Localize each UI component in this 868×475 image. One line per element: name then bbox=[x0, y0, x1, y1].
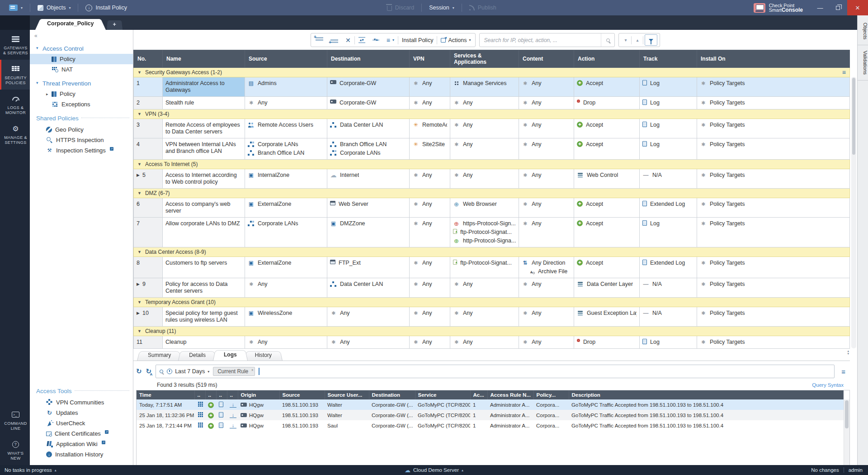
column-header-content[interactable]: Content bbox=[519, 50, 574, 68]
column-header-destination[interactable]: Destination bbox=[327, 50, 410, 68]
collapse-sections-button[interactable]: ▾▴ bbox=[369, 33, 383, 47]
rule-destination-cell[interactable]: Web Server bbox=[327, 198, 410, 218]
rule-install_on-cell[interactable]: ✱Policy Targets bbox=[697, 77, 850, 97]
rule-number-cell[interactable]: ▶10 bbox=[134, 307, 163, 327]
tree-item-exceptions[interactable]: Exceptions bbox=[30, 99, 133, 109]
rule-track-cell[interactable]: Log bbox=[640, 119, 697, 138]
expand-sections-button[interactable]: ▴▾ bbox=[355, 33, 369, 47]
column-header-install-on[interactable]: Install On bbox=[697, 50, 850, 68]
rule-services-cell[interactable]: Manage Services bbox=[450, 77, 519, 97]
rail-item-manage[interactable]: ⚙MANAGE &SETTINGS bbox=[0, 119, 30, 149]
tree-item-inspection-settings[interactable]: ⚒Inspection Settings↗ bbox=[30, 145, 133, 156]
rail-item-logs[interactable]: LOGS &MONITOR bbox=[0, 90, 30, 119]
add-rule-below-button[interactable] bbox=[327, 33, 342, 47]
policy-search-input[interactable]: Search for IP, object, action, ... bbox=[479, 33, 615, 47]
rule-track-cell[interactable]: Log bbox=[640, 97, 697, 109]
restore-button[interactable] bbox=[829, 0, 847, 15]
policy-section-cell[interactable]: ▼Temporary Access Grant (10) bbox=[134, 298, 850, 307]
log-column-service[interactable]: Service bbox=[415, 390, 470, 399]
log-access-rule-cell[interactable]: Administrator A... bbox=[487, 410, 533, 420]
log-blade-cell[interactable] bbox=[194, 399, 205, 410]
policy-rule-row[interactable]: 3Remote Access of employees to Data Cent… bbox=[134, 119, 850, 138]
tree-item-client-certificates[interactable]: Client Certificates↗ bbox=[30, 428, 133, 439]
log-origin-cell[interactable]: HQgw bbox=[238, 410, 279, 420]
log-column-policy-[interactable]: Policy... bbox=[533, 390, 569, 399]
rule-source-cell[interactable]: ▤Admins bbox=[245, 77, 327, 97]
rule-destination-cell[interactable]: Corporate-GW bbox=[327, 77, 410, 97]
rule-action-cell[interactable]: Drop bbox=[574, 97, 640, 109]
rail-item-command[interactable]: >_COMMANDLINE bbox=[0, 405, 30, 435]
rule-destination-cell[interactable]: Data Center LAN bbox=[327, 119, 410, 138]
rule-source-cell[interactable]: Remote Access Users bbox=[245, 119, 327, 138]
rule-services-cell[interactable]: ✱Any bbox=[450, 119, 519, 138]
policy-rule-row[interactable]: ▶5Access to Internet according to Web co… bbox=[134, 169, 850, 189]
section-collapse-icon[interactable]: ▼ bbox=[137, 329, 142, 333]
policy-rule-row[interactable]: 4VPN between Internal LANs and Branch of… bbox=[134, 138, 850, 160]
delete-rule-button[interactable]: ✕ bbox=[342, 33, 354, 47]
search-button[interactable] bbox=[601, 33, 614, 47]
find-next-button[interactable]: ▾ bbox=[620, 33, 631, 47]
rule-services-cell[interactable]: ⊕https-Protocol-Sign...ftp-Protocol-Sign… bbox=[450, 218, 519, 247]
rule-track-cell[interactable]: —N/A bbox=[640, 278, 697, 298]
tree-item-vpn-communities[interactable]: VPN Communities bbox=[30, 397, 133, 408]
rule-services-cell[interactable]: ✱Any bbox=[450, 336, 519, 349]
policy-rule-row[interactable]: 1Administrator Access to Gateways▤Admins… bbox=[134, 77, 850, 97]
rail-item-gateways[interactable]: GATEWAYS& SERVERS bbox=[0, 30, 30, 60]
column-header-action[interactable]: Action bbox=[574, 50, 640, 68]
tree-item-updates[interactable]: ↻Updates bbox=[30, 408, 133, 418]
dock-tab-objects[interactable]: Objects bbox=[858, 17, 868, 45]
log-column-ac-[interactable]: Ac... bbox=[470, 390, 487, 399]
log-policy-cell[interactable]: Corpora... bbox=[533, 410, 569, 420]
rule-vpn-cell[interactable]: ✱Any bbox=[410, 307, 450, 327]
log-export-cell[interactable]: ↓ bbox=[227, 420, 238, 431]
tree-item-policy[interactable]: Policy bbox=[30, 54, 133, 64]
policy-section-row[interactable]: ▼VPN (3-4) bbox=[134, 109, 850, 119]
log-access-cell[interactable]: 1 bbox=[470, 410, 487, 420]
section-collapse-icon[interactable]: ▼ bbox=[137, 191, 142, 195]
log-column--[interactable]: .. bbox=[216, 390, 227, 399]
log-destination-cell[interactable]: Corporate-GW (... bbox=[369, 420, 415, 431]
policy-section-row[interactable]: ▼Security Gateways Access (1-2)≡ bbox=[134, 68, 850, 77]
log-blade-cell[interactable] bbox=[194, 420, 205, 431]
rule-vpn-cell[interactable]: ✱Any bbox=[410, 336, 450, 349]
rule-source-cell[interactable]: ▣InternalZone bbox=[245, 169, 327, 189]
section-collapse-icon[interactable]: ▼ bbox=[137, 250, 142, 254]
rule-install_on-cell[interactable]: ✱Policy Targets bbox=[697, 169, 850, 189]
log-origin-cell[interactable]: HQgw bbox=[238, 420, 279, 431]
rule-install_on-cell[interactable]: ✱Policy Targets bbox=[697, 119, 850, 138]
rule-content-cell[interactable]: ✱Any bbox=[519, 278, 574, 298]
rule-vpn-cell[interactable]: ✱Any bbox=[410, 77, 450, 97]
policy-rule-row[interactable]: 7Allow corporate LANs to DMZCorporate LA… bbox=[134, 218, 850, 247]
policy-rule-row[interactable]: ▶9Policy for access to Data Center serve… bbox=[134, 278, 850, 298]
rule-content-cell[interactable]: ✱Any bbox=[519, 97, 574, 109]
tree-header-threat-prevention[interactable]: Threat Prevention bbox=[30, 78, 133, 89]
log-description-cell[interactable]: GoToMyPC Traffic Accepted from 198.51.10… bbox=[569, 410, 844, 420]
rule-vpn-cell[interactable]: ✳RemoteAccess bbox=[410, 119, 450, 138]
dock-tab-validations[interactable]: Validations bbox=[858, 45, 868, 81]
rule-services-cell[interactable]: ⊕Web Browser bbox=[450, 198, 519, 218]
rule-content-cell[interactable]: ✱Any bbox=[519, 218, 574, 247]
rule-number-cell[interactable]: 7 bbox=[134, 218, 163, 247]
section-menu-icon[interactable]: ≡ bbox=[842, 70, 846, 75]
log-options-menu[interactable]: ≡ bbox=[839, 368, 848, 375]
rule-number-cell[interactable]: 6 bbox=[134, 198, 163, 218]
tab-corporate-policy[interactable]: Corporate_Policy bbox=[35, 17, 106, 30]
log-column-access-rule-n-[interactable]: Access Rule N... bbox=[487, 390, 533, 399]
log-column-destination[interactable]: Destination bbox=[369, 390, 415, 399]
log-time-cell[interactable]: 25 Jan 18, 11:32:36 PM bbox=[137, 410, 194, 420]
rule-vpn-cell[interactable]: ✳Site2Site bbox=[410, 138, 450, 160]
rule-name-cell[interactable]: Administrator Access to Gateways bbox=[163, 77, 245, 97]
panel-resize-control[interactable]: ▴▾ bbox=[847, 350, 849, 355]
filter-button[interactable] bbox=[645, 34, 657, 46]
rule-install_on-cell[interactable]: ✱Policy Targets bbox=[697, 307, 850, 327]
log-action-icon-cell[interactable]: ✚ bbox=[205, 399, 216, 410]
actions-menu-button[interactable]: Actions▾ bbox=[437, 33, 474, 47]
policy-section-row[interactable]: ▼DMZ (6-7) bbox=[134, 189, 850, 198]
rule-track-cell[interactable]: Extended Log bbox=[640, 257, 697, 278]
rule-name-cell[interactable]: Allow corporate LANs to DMZ bbox=[163, 218, 245, 247]
log-source-cell[interactable]: 198.51.100.193 bbox=[279, 399, 325, 410]
publish-button[interactable]: Publish bbox=[467, 0, 499, 15]
rule-vpn-cell[interactable]: ✱Any bbox=[410, 97, 450, 109]
log-column--[interactable]: .. bbox=[205, 390, 216, 399]
log-export-cell[interactable]: ↓ bbox=[227, 399, 238, 410]
